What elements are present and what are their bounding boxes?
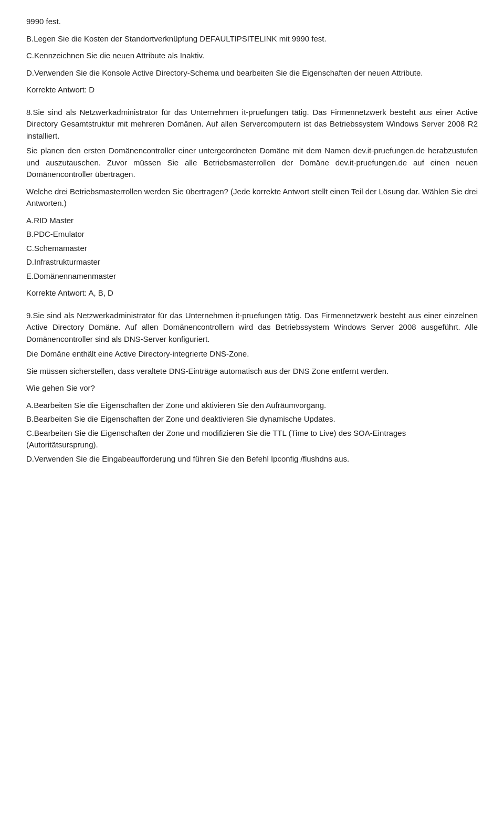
q8-answer-a-block: A.RID Master	[26, 215, 478, 227]
q8-answer-d: D.Infrastrukturmaster	[26, 256, 478, 268]
q8-intro-text: 8.Sie sind als Netzwerkadministrator für…	[26, 107, 478, 142]
q8-answer-d-block: D.Infrastrukturmaster	[26, 256, 478, 268]
line3-block: C.Kennzeichnen Sie die neuen Attribute a…	[26, 50, 478, 62]
q9-intro-text: 9.Sie sind als Netzwerkadministrator für…	[26, 310, 478, 346]
q8-answer-e: E.Domänennamenmaster	[26, 270, 478, 283]
q9-intro-block: 9.Sie sind als Netzwerkadministrator für…	[26, 310, 478, 346]
line4-block: D.Verwenden Sie die Konsole Active Direc…	[26, 67, 478, 79]
q9-answer-d-block: D.Verwenden Sie die Eingabeaufforderung …	[26, 453, 478, 465]
page-content: 9990 fest. B.Legen Sie die Kosten der St…	[26, 16, 478, 465]
q8-answer-a: A.RID Master	[26, 215, 478, 227]
correct2-block: Korrekte Antwort: A, B, D	[26, 287, 478, 299]
q8-intro-block: 8.Sie sind als Netzwerkadministrator für…	[26, 107, 478, 142]
q9-text1: Die Domäne enthält eine Active Directory…	[26, 348, 478, 360]
q9-answer-a: A.Bearbeiten Sie die Eigenschaften der Z…	[26, 400, 478, 412]
q9-text3: Wie gehen Sie vor?	[26, 382, 478, 394]
q9-answer-b: B.Bearbeiten Sie die Eigenschaften der Z…	[26, 413, 478, 425]
line3-text: C.Kennzeichnen Sie die neuen Attribute a…	[26, 50, 478, 62]
q9-text2: Sie müssen sicherstellen, dass veraltete…	[26, 365, 478, 378]
q8-answer-b-block: B.PDC-Emulator	[26, 228, 478, 241]
correct1-text: Korrekte Antwort: D	[26, 84, 478, 96]
line4-text: D.Verwenden Sie die Konsole Active Direc…	[26, 67, 478, 79]
q9-text2-block: Sie müssen sicherstellen, dass veraltete…	[26, 365, 478, 378]
q8-answer-e-block: E.Domänennamenmaster	[26, 270, 478, 283]
correct1-block: Korrekte Antwort: D	[26, 84, 478, 96]
q9-text1-block: Die Domäne enthält eine Active Directory…	[26, 348, 478, 360]
q8-answer-c-block: C.Schemamaster	[26, 243, 478, 255]
q9-answer-a-block: A.Bearbeiten Sie die Eigenschaften der Z…	[26, 400, 478, 412]
q8-answer-c: C.Schemamaster	[26, 243, 478, 255]
line1-text: 9990 fest.	[26, 16, 478, 28]
q8-text2: Welche drei Betriebsmasterrollen werden …	[26, 186, 478, 210]
line1-block: 9990 fest.	[26, 16, 478, 28]
q8-text1-block: Sie planen den ersten Domänencontroller …	[26, 145, 478, 181]
q9-answer-d: D.Verwenden Sie die Eingabeaufforderung …	[26, 453, 478, 465]
line2-text: B.Legen Sie die Kosten der Standortverkn…	[26, 33, 478, 45]
q8-text1: Sie planen den ersten Domänencontroller …	[26, 145, 478, 181]
line2-block: B.Legen Sie die Kosten der Standortverkn…	[26, 33, 478, 45]
correct2-text: Korrekte Antwort: A, B, D	[26, 287, 478, 299]
q8-text2-block: Welche drei Betriebsmasterrollen werden …	[26, 186, 478, 210]
q8-answer-b: B.PDC-Emulator	[26, 228, 478, 241]
q9-answer-c: C.Bearbeiten Sie die Eigenschaften der Z…	[26, 427, 478, 451]
q9-answer-c-block: C.Bearbeiten Sie die Eigenschaften der Z…	[26, 427, 478, 451]
q9-text3-block: Wie gehen Sie vor?	[26, 382, 478, 394]
q9-answer-b-block: B.Bearbeiten Sie die Eigenschaften der Z…	[26, 413, 478, 425]
